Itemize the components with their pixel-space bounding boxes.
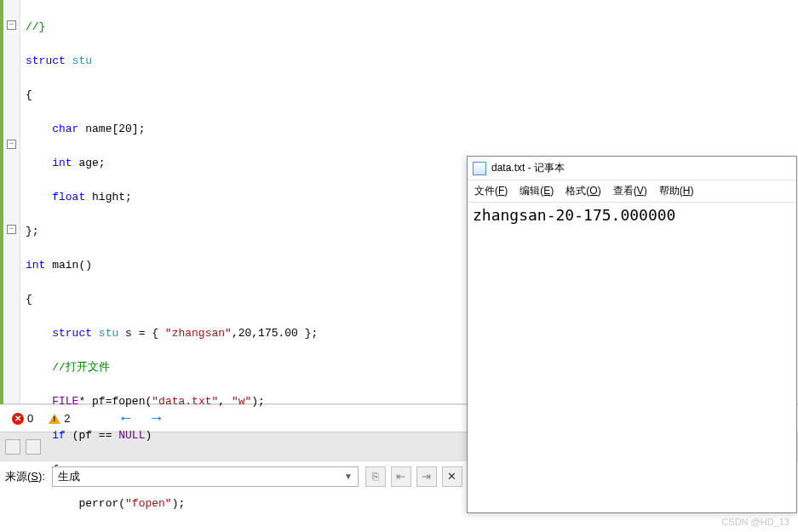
keyword: char [52, 123, 78, 135]
notepad-app-icon [473, 162, 486, 175]
error-count[interactable]: ✕ 0 [12, 412, 33, 425]
notepad-content: zhangsan-20-175.000000 [473, 206, 675, 224]
keyword: float [52, 191, 85, 203]
keyword: struct [52, 327, 92, 340]
keyword: int [52, 157, 72, 169]
fold-toggle[interactable]: − [7, 140, 16, 149]
combo-value: 生成 [58, 469, 80, 484]
code-comment: //} [26, 20, 45, 33]
toolbar-button[interactable]: ⇥ [416, 466, 437, 487]
code-text: (pf == [66, 429, 118, 442]
warning-count[interactable]: 2 [49, 412, 70, 425]
string-literal: "data.txt" [152, 395, 218, 408]
nav-forward-button[interactable]: → [148, 409, 164, 427]
paren: ) [145, 429, 152, 442]
keyword: int [26, 259, 45, 272]
toolbar-icon[interactable] [5, 439, 20, 455]
source-label: 来源(S): [5, 469, 45, 484]
keyword: if [52, 429, 66, 442]
toolbar-button[interactable]: ⇤ [391, 466, 411, 487]
code-comment: //打开文件 [52, 361, 110, 374]
paren: ( [118, 497, 125, 510]
editor-margin: − − − [0, 0, 20, 403]
nav-back-button[interactable]: ← [118, 409, 133, 427]
source-combobox[interactable]: 生成 ▼ [52, 466, 359, 487]
function-call: fopen [112, 395, 145, 408]
menu-file[interactable]: 文件(F) [474, 184, 508, 198]
macro: NULL [118, 429, 145, 442]
declaration: age; [72, 157, 106, 169]
notepad-text-area[interactable]: zhangsan-20-175.000000 [468, 203, 796, 227]
struct-name: stu [92, 327, 118, 340]
paren: ); [251, 395, 265, 408]
declaration: name[20]; [78, 123, 145, 135]
paren: ); [172, 497, 186, 510]
fold-toggle[interactable]: − [7, 20, 16, 30]
error-count-value: 0 [27, 412, 33, 425]
notepad-window: data.txt - 记事本 文件(F) 编辑(E) 格式(O) 查看(V) 帮… [467, 156, 797, 513]
toolbar-button[interactable]: ⎘ [365, 466, 386, 487]
menu-help[interactable]: 帮助(H) [659, 184, 694, 198]
chevron-down-icon: ▼ [344, 472, 353, 481]
menu-format[interactable]: 格式(O) [565, 184, 600, 198]
string-literal: "zhangsan" [165, 327, 232, 340]
toolbar-icon[interactable] [26, 439, 41, 455]
function-call: perror [78, 497, 118, 510]
menu-view[interactable]: 查看(V) [613, 184, 647, 198]
warning-icon [49, 414, 60, 424]
code-text: s = { [118, 327, 165, 340]
main-sig: main() [45, 259, 92, 272]
macro: FILE [52, 395, 78, 408]
menu-edit[interactable]: 编辑(E) [520, 184, 554, 198]
brace: { [26, 87, 793, 104]
warning-count-value: 2 [64, 412, 70, 425]
string-literal: "fopen" [125, 497, 172, 510]
code-text: ,20,175.00 }; [232, 327, 318, 340]
fold-toggle[interactable]: − [7, 225, 16, 234]
string-literal: "w" [232, 395, 251, 408]
struct-name: stu [72, 54, 92, 67]
keyword: struct [26, 54, 66, 67]
declaration: hight; [85, 191, 132, 203]
notepad-menubar: 文件(F) 编辑(E) 格式(O) 查看(V) 帮助(H) [468, 180, 796, 203]
watermark: CSDN @HD_13 [721, 517, 789, 527]
change-indicator [0, 0, 3, 404]
code-text: , [218, 395, 232, 408]
notepad-titlebar[interactable]: data.txt - 记事本 [468, 157, 796, 180]
code-text: * pf= [78, 395, 112, 408]
toolbar-button[interactable]: ✕ [442, 466, 462, 487]
notepad-title-text: data.txt - 记事本 [491, 161, 565, 175]
error-icon: ✕ [12, 413, 24, 425]
